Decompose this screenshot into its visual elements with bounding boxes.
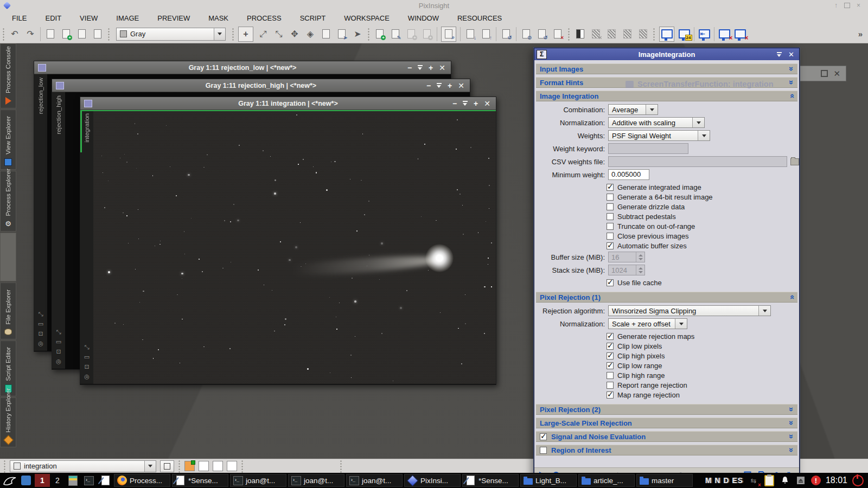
checkbox[interactable] bbox=[607, 203, 614, 210]
stf-auto-stretch-icon[interactable] bbox=[659, 27, 674, 42]
new-preview-icon[interactable]: + bbox=[374, 28, 386, 40]
sidebar-item-history-explorer[interactable]: History Explorer bbox=[0, 397, 16, 447]
view-tab-strip[interactable]: rejection_low ⤡▭⊡◎ bbox=[34, 74, 47, 351]
checkbox[interactable] bbox=[607, 352, 614, 359]
window-corner-tools[interactable]: ⤡▭⊡◎ bbox=[34, 311, 47, 346]
image-import-icon[interactable]: ↓ bbox=[464, 28, 476, 40]
remove-mask-icon[interactable]: × bbox=[590, 28, 602, 40]
section-pixel-rejection-2[interactable]: Pixel Rejection (2) bbox=[536, 404, 797, 415]
weights-select[interactable]: PSF Signal Weight bbox=[608, 130, 710, 141]
taskbar-window-button[interactable]: master bbox=[636, 474, 693, 487]
close-icon[interactable]: ✕ bbox=[458, 82, 464, 89]
menu-item[interactable]: RESOURCES bbox=[457, 14, 502, 22]
checkbox-row[interactable]: Subtract pedestals bbox=[607, 211, 799, 221]
archive-launcher-icon[interactable] bbox=[65, 474, 80, 487]
zoom-icon[interactable]: + bbox=[429, 64, 433, 72]
checkbox-row[interactable]: Report range rejection bbox=[607, 380, 799, 390]
checkbox-row[interactable]: Generate drizzle data bbox=[607, 202, 799, 211]
checkbox[interactable] bbox=[607, 242, 614, 249]
stf-24bit-icon[interactable]: 24 bbox=[678, 28, 690, 40]
checkbox[interactable] bbox=[607, 372, 614, 379]
checkbox-row[interactable]: Generate a 64-bit result image bbox=[607, 192, 799, 202]
center-image-icon[interactable]: ◈ bbox=[304, 28, 316, 40]
menu-item[interactable]: VIEW bbox=[80, 14, 98, 22]
close-icon[interactable]: ✕ bbox=[788, 51, 794, 58]
keyboard-indicator[interactable]: M N D ES bbox=[705, 476, 743, 485]
taskbar-window-button[interactable]: *Sense... bbox=[172, 474, 228, 487]
section-pixel-rejection-1[interactable]: Pixel Rejection (1) bbox=[536, 292, 797, 303]
menu-item[interactable]: WINDOW bbox=[408, 14, 439, 22]
shade-icon[interactable] bbox=[418, 65, 423, 70]
stf-window-fragment[interactable]: ✕ bbox=[800, 66, 846, 81]
toolbar-drag-handle[interactable] bbox=[3, 460, 6, 473]
prev-preview-icon[interactable]: + bbox=[405, 28, 417, 40]
toolbar-drag-handle[interactable] bbox=[107, 28, 110, 41]
checkbox[interactable] bbox=[607, 213, 614, 220]
checkbox[interactable] bbox=[607, 391, 614, 399]
toolbar-drag-handle[interactable] bbox=[367, 28, 370, 41]
menu-item[interactable]: PREVIEW bbox=[157, 14, 190, 22]
display-channel-select[interactable]: Gray bbox=[116, 28, 226, 41]
csv-weights-field[interactable] bbox=[608, 156, 787, 167]
workspace-button-2[interactable]: 2 bbox=[51, 474, 64, 487]
pan-mode-icon[interactable]: ✥ bbox=[289, 28, 301, 40]
checkbox[interactable] bbox=[607, 382, 614, 389]
zoom-icon[interactable]: + bbox=[448, 82, 452, 89]
checkbox-row[interactable]: Close previous images bbox=[607, 231, 799, 241]
pointer-icon[interactable]: ➤ bbox=[352, 28, 363, 40]
shade-icon[interactable] bbox=[437, 83, 442, 88]
close-icon[interactable]: ✕ bbox=[484, 100, 490, 107]
chevron-down-icon[interactable] bbox=[144, 461, 156, 472]
section-large-scale-pixel-rejection[interactable]: Large-Scale Pixel Rejection bbox=[536, 418, 797, 428]
rejection-normalization-select[interactable]: Scale + zero offset bbox=[608, 318, 687, 329]
zoom-to-optimal-icon[interactable]: ⤡ bbox=[273, 28, 285, 40]
minimize-icon[interactable]: − bbox=[452, 100, 457, 107]
checkbox[interactable] bbox=[607, 343, 614, 350]
taskbar-window-button[interactable]: *Sense... bbox=[462, 474, 519, 487]
checkbox-row[interactable]: Truncate on out-of-range bbox=[607, 221, 799, 231]
image-close-icon[interactable]: × bbox=[552, 28, 564, 40]
mask-enabled-icon[interactable] bbox=[605, 28, 617, 40]
new-mask-icon[interactable] bbox=[574, 28, 586, 40]
image-integration-dialog[interactable]: Σ ImageIntegration ✕ ScreenTransferFunct… bbox=[534, 48, 800, 483]
image-window-integration[interactable]: Gray 1:11 integration | <*new*> − + ✕ in… bbox=[80, 97, 496, 385]
window-manager-menu-icon[interactable] bbox=[2, 474, 17, 487]
eject-icon[interactable] bbox=[795, 475, 806, 486]
checkbox[interactable] bbox=[607, 362, 614, 369]
image-frame-icon[interactable] bbox=[320, 28, 332, 40]
minimum-weight-field[interactable]: 0.005000 bbox=[608, 169, 649, 180]
dialog-titlebar[interactable]: Σ ImageIntegration ✕ bbox=[534, 48, 799, 60]
stepper-arrows-icon[interactable] bbox=[636, 252, 644, 262]
weight-keyword-field[interactable] bbox=[608, 143, 688, 154]
checkbox-row[interactable]: Generate integrated image bbox=[607, 182, 799, 192]
section-input-images[interactable]: Input Images bbox=[536, 63, 797, 74]
shade-icon[interactable] bbox=[463, 101, 468, 106]
checkbox-row[interactable]: Clip low pixels bbox=[607, 341, 799, 351]
toolbar-drag-handle[interactable] bbox=[340, 460, 342, 473]
minimize-icon[interactable]: − bbox=[426, 82, 431, 89]
close-icon[interactable]: ✕ bbox=[439, 64, 445, 72]
image-export-icon[interactable]: ↑ bbox=[480, 28, 492, 40]
section-region-of-interest[interactable]: Region of Interest bbox=[536, 445, 797, 455]
normalization-select[interactable]: Additive with scaling bbox=[608, 117, 705, 128]
sidebar-item-view-explorer[interactable]: View Explorer bbox=[0, 110, 16, 170]
zoom-image-icon[interactable]: ⌕ bbox=[441, 27, 456, 42]
show-desktop-icon[interactable] bbox=[18, 474, 34, 487]
toolbar-drag-handle[interactable] bbox=[653, 28, 655, 41]
taskbar-window-button[interactable]: Light_B... bbox=[520, 474, 577, 487]
new-image-icon[interactable]: + bbox=[60, 28, 72, 40]
duplicate-image-icon[interactable] bbox=[76, 28, 88, 40]
image-settings-icon[interactable]: ⚙ bbox=[520, 28, 532, 40]
menu-item[interactable]: IMAGE bbox=[116, 14, 139, 22]
window-corner-tools[interactable]: ⤡▭⊡◎ bbox=[52, 329, 65, 364]
combination-select[interactable]: Average bbox=[608, 104, 658, 115]
stepper-arrows-icon[interactable] bbox=[636, 265, 644, 275]
toolbar-drag-handle[interactable] bbox=[567, 28, 570, 41]
checkbox[interactable] bbox=[540, 433, 547, 440]
close-icon[interactable]: ✕ bbox=[833, 69, 840, 78]
checkbox-row[interactable]: Generate rejection maps bbox=[607, 331, 799, 341]
image-revert-icon[interactable]: ↺ bbox=[500, 28, 512, 40]
menu-item[interactable]: WORKSPACE bbox=[344, 14, 390, 22]
taskbar-window-button[interactable]: joan@t... bbox=[230, 474, 286, 487]
view-mode-button[interactable] bbox=[160, 460, 174, 472]
